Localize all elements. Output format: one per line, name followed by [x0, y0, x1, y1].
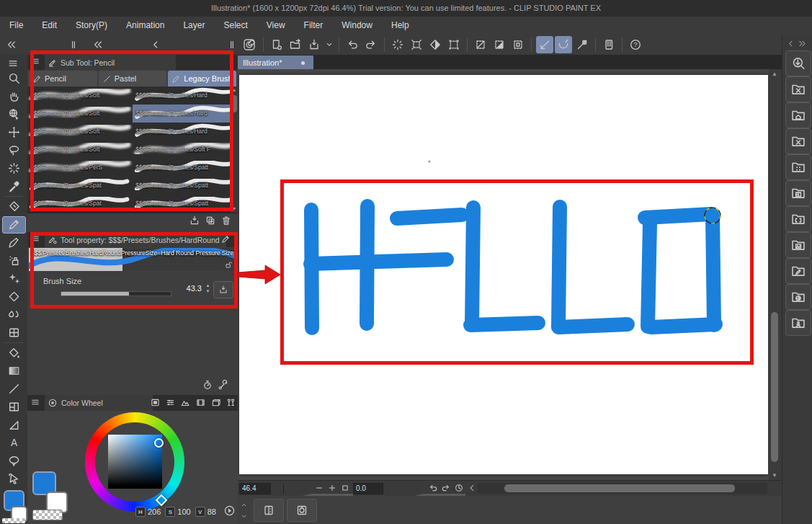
gradient-tool[interactable]: [0, 362, 27, 380]
brush-preview-strip[interactable]: $$$/Presets/Brushes/HardRoundPressureSiz…: [29, 248, 236, 271]
menu-window[interactable]: Window: [332, 17, 382, 35]
eyedropper-tool[interactable]: [0, 177, 27, 195]
canvas-scroll-up[interactable]: ▲: [769, 71, 780, 77]
snap-to-ruler-button[interactable]: [536, 36, 553, 53]
frame-border-tool[interactable]: [0, 398, 27, 416]
color-slider-tab[interactable]: [165, 397, 177, 409]
brush-preset[interactable]: $$$/Presets/Brushes/Spat: [27, 177, 133, 195]
brush-size-spinner[interactable]: ▲▼: [205, 283, 211, 296]
reset-view-button[interactable]: [454, 483, 465, 494]
brush-preset[interactable]: $$$/Presets/Brushes/Spatt: [133, 177, 238, 195]
brush-preset[interactable]: $$$/Presets/Brushes/Soft: [27, 105, 133, 123]
undo-button[interactable]: [344, 36, 361, 53]
material-folder-3d[interactable]: [785, 284, 811, 310]
material-folder-image[interactable]: [785, 206, 811, 232]
balloon-tool[interactable]: [0, 452, 27, 470]
panel-grip[interactable]: [226, 39, 238, 50]
material-folder-monochrome[interactable]: [785, 128, 811, 154]
material-folder-pattern[interactable]: [785, 154, 811, 180]
color-mode-toggle-button[interactable]: [223, 505, 236, 517]
brush-size-slider[interactable]: [61, 291, 171, 296]
hand-tool[interactable]: [0, 87, 27, 105]
brush-size-dynamics-button[interactable]: [213, 281, 233, 298]
clear-selection-button[interactable]: [472, 36, 489, 53]
brush-preset[interactable]: $$$/Presets/Brushes/Soft: [27, 86, 133, 105]
scroll-up-arrow[interactable]: ▲: [231, 87, 238, 93]
brush-preset[interactable]: $$$/Presets/Brushes/Hard: [133, 86, 238, 105]
brush-preset[interactable]: $$$/Presets/Brushes/Soft: [27, 123, 133, 141]
hsv-value-h[interactable]: 206: [148, 507, 161, 516]
menu-help[interactable]: Help: [382, 17, 419, 35]
open-file-button[interactable]: [287, 36, 304, 53]
reselect-button[interactable]: [408, 36, 425, 53]
text-tool[interactable]: A: [0, 434, 27, 452]
menu-view[interactable]: View: [257, 17, 295, 35]
expand-selection-button[interactable]: [445, 36, 463, 53]
menu-select[interactable]: Select: [214, 17, 256, 35]
rotation-value[interactable]: 0.0: [353, 483, 383, 494]
rotate-left-button[interactable]: [428, 483, 440, 494]
save-dropdown[interactable]: [324, 36, 334, 53]
material-folder-pose[interactable]: [785, 310, 811, 336]
delete-subtool-button[interactable]: [220, 215, 232, 228]
zoom-in-button[interactable]: [327, 483, 339, 494]
brush-preset[interactable]: $$$/Presets/Brushes/Hard: [133, 123, 238, 141]
brush-preset[interactable]: $$$/Presets/Brushes/Spatt: [133, 195, 238, 213]
brush-preset[interactable]: $$$/Presets/Brushes/Hard: [133, 105, 238, 123]
sidebar-collapse-left[interactable]: [786, 38, 796, 48]
brush-preset[interactable]: $$$/Presets/Brushes/Spatt: [133, 159, 238, 177]
snap-to-special-ruler-button[interactable]: [555, 36, 572, 53]
blend-tool[interactable]: [0, 306, 27, 324]
subtool-panel-tab[interactable]: Sub Tool: Pencil: [45, 55, 176, 70]
canvas-scroll-down[interactable]: ▼: [769, 472, 780, 479]
fit-to-screen-button[interactable]: [340, 483, 352, 494]
canvas-vertical-scrollbar[interactable]: ▲▼: [769, 69, 780, 480]
quick-search-material[interactable]: [785, 50, 811, 76]
collapse-dbl-chevron-left[interactable]: [6, 39, 17, 50]
menu-animation[interactable]: Animation: [117, 17, 174, 35]
palette-settings-button[interactable]: [218, 379, 229, 392]
subtool-panel-menu-button[interactable]: [30, 56, 42, 68]
hsv-value-v[interactable]: 88: [208, 507, 216, 516]
spinner-down-icon[interactable]: ▼: [205, 288, 211, 294]
brush-preset[interactable]: $$$/Presets/Brushes/Spat: [27, 195, 133, 213]
edit-toolproperty-button[interactable]: [220, 234, 232, 246]
liquify-tool[interactable]: [0, 324, 27, 342]
panel-grip[interactable]: [68, 39, 79, 50]
sidebar-expand-right[interactable]: [798, 38, 809, 48]
colorwheel-panel-tab[interactable]: Color Wheel: [45, 395, 153, 411]
navigate-tool[interactable]: [0, 105, 27, 123]
subview-down-chevron[interactable]: [240, 510, 250, 519]
add-subtool-button[interactable]: [205, 215, 216, 228]
redo-button[interactable]: [362, 36, 380, 53]
subview-up-chevron[interactable]: [240, 499, 250, 507]
canvas-document[interactable]: [239, 75, 768, 474]
pencil-tool[interactable]: [0, 216, 27, 234]
airbrush-tool[interactable]: [0, 252, 27, 270]
canvas-horizontal-scrollbar[interactable]: [478, 483, 767, 494]
subview-pages-button[interactable]: [254, 499, 284, 522]
subtool-tab-pastel[interactable]: Pastel: [99, 71, 167, 86]
color-mixing-tab[interactable]: [226, 397, 237, 409]
clip-studio-logo[interactable]: [240, 36, 259, 53]
material-folder-edit[interactable]: [785, 258, 811, 284]
fill-selection-button[interactable]: [491, 36, 508, 53]
menu-filter[interactable]: Filter: [295, 17, 333, 35]
snap-to-grid-button[interactable]: [574, 36, 591, 53]
brush-preset[interactable]: $$$/Presets/Brushes/Soft F: [133, 141, 238, 159]
menu-layer[interactable]: Layer: [174, 17, 214, 35]
canvas-hscroll-thumb[interactable]: [504, 484, 735, 492]
decoration-tool[interactable]: [0, 270, 27, 288]
material-folder-color-pattern[interactable]: [785, 76, 811, 102]
import-subtool-button[interactable]: [189, 215, 200, 228]
polyline-tool[interactable]: [0, 416, 27, 434]
material-folder-home[interactable]: [785, 102, 811, 128]
auto-action-button[interactable]: [202, 379, 213, 392]
color-set-tab[interactable]: [150, 397, 161, 409]
material-folder-illustration[interactable]: [785, 232, 811, 258]
menu-file[interactable]: File: [0, 17, 32, 35]
auto-select-tool[interactable]: [0, 159, 27, 177]
menu-storyp[interactable]: Story(P): [66, 17, 117, 35]
subtool-tab-legacybrush[interactable]: Legacy Brush: [168, 71, 236, 86]
scroll-down-arrow[interactable]: ▼: [231, 206, 238, 212]
